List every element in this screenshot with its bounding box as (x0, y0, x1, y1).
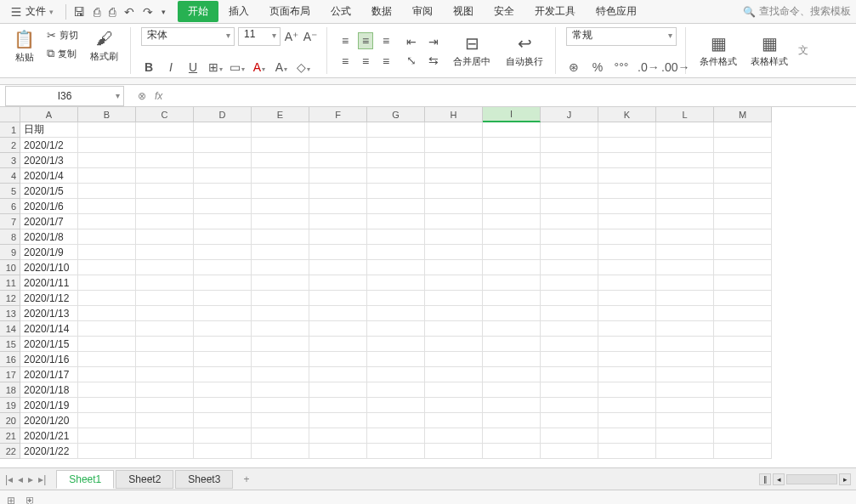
cell-L16[interactable] (656, 352, 714, 367)
column-header-F[interactable]: F (309, 107, 367, 122)
cell-D22[interactable] (194, 444, 252, 459)
tab-数据[interactable]: 数据 (361, 1, 402, 22)
cell-D12[interactable] (194, 291, 252, 306)
cell-J9[interactable] (541, 245, 598, 260)
cell-H4[interactable] (425, 168, 483, 184)
cell-C20[interactable] (136, 413, 194, 428)
tab-视图[interactable]: 视图 (443, 1, 484, 22)
cell-G20[interactable] (367, 413, 425, 428)
cell-F2[interactable] (309, 138, 367, 153)
column-header-J[interactable]: J (541, 107, 598, 122)
cell-H11[interactable] (425, 275, 483, 291)
highlight-button[interactable]: A (274, 60, 289, 74)
increase-decimal-icon[interactable]: .0→ (638, 60, 653, 74)
cell-G17[interactable] (367, 367, 425, 382)
cell-J14[interactable] (541, 321, 598, 337)
cell-F15[interactable] (309, 337, 367, 352)
cell-K1[interactable] (598, 122, 656, 138)
cell-F7[interactable] (309, 214, 367, 229)
cell-D15[interactable] (194, 337, 252, 352)
row-header-6[interactable]: 6 (0, 199, 20, 214)
cell-D10[interactable] (194, 260, 252, 275)
cell-D2[interactable] (194, 138, 252, 153)
cell-K6[interactable] (598, 199, 656, 214)
row-header-7[interactable]: 7 (0, 214, 20, 229)
cell-L5[interactable] (656, 184, 714, 199)
cell-I4[interactable] (483, 168, 541, 184)
cell-B19[interactable] (78, 398, 136, 413)
cell-C15[interactable] (136, 337, 194, 352)
cell-B7[interactable] (78, 214, 136, 229)
cell-D9[interactable] (194, 245, 252, 260)
cell-J12[interactable] (541, 291, 598, 306)
cell-I13[interactable] (483, 306, 541, 321)
formula-input[interactable] (171, 86, 856, 106)
cell-I15[interactable] (483, 337, 541, 352)
cell-G10[interactable] (367, 260, 425, 275)
align-right-icon[interactable]: ≡ (378, 53, 394, 70)
name-box[interactable]: I36 (5, 86, 124, 106)
row-header-19[interactable]: 19 (0, 398, 20, 413)
cell-G13[interactable] (367, 306, 425, 321)
cell-A18[interactable]: 2020/1/18 (20, 382, 78, 398)
cell-M21[interactable] (714, 428, 772, 444)
cell-F3[interactable] (309, 153, 367, 168)
cell-K9[interactable] (598, 245, 656, 260)
cell-C14[interactable] (136, 321, 194, 337)
cell-E2[interactable] (252, 138, 309, 153)
row-header-11[interactable]: 11 (0, 275, 20, 291)
cell-L7[interactable] (656, 214, 714, 229)
cell-L11[interactable] (656, 275, 714, 291)
cell-F13[interactable] (309, 306, 367, 321)
cell-G6[interactable] (367, 199, 425, 214)
sheet-tab-Sheet1[interactable]: Sheet1 (56, 470, 114, 489)
row-header-4[interactable]: 4 (0, 168, 20, 184)
cell-H13[interactable] (425, 306, 483, 321)
cell-I12[interactable] (483, 291, 541, 306)
cell-D6[interactable] (194, 199, 252, 214)
cell-J4[interactable] (541, 168, 598, 184)
cell-D3[interactable] (194, 153, 252, 168)
cell-A12[interactable]: 2020/1/12 (20, 291, 78, 306)
format-painter-button[interactable]: 🖌 格式刷 (87, 27, 122, 74)
cell-C4[interactable] (136, 168, 194, 184)
cell-K13[interactable] (598, 306, 656, 321)
cell-K12[interactable] (598, 291, 656, 306)
cell-D5[interactable] (194, 184, 252, 199)
cell-H8[interactable] (425, 229, 483, 245)
cell-B10[interactable] (78, 260, 136, 275)
cell-C5[interactable] (136, 184, 194, 199)
row-header-18[interactable]: 18 (0, 382, 20, 398)
cell-M18[interactable] (714, 382, 772, 398)
cell-D4[interactable] (194, 168, 252, 184)
cell-M22[interactable] (714, 444, 772, 459)
print-preview-icon[interactable]: ⎙ (109, 5, 116, 19)
cell-G8[interactable] (367, 229, 425, 245)
cell-A7[interactable]: 2020/1/7 (20, 214, 78, 229)
scroll-right-icon[interactable]: ▸ (839, 473, 851, 485)
comma-icon[interactable]: °°° (614, 60, 629, 74)
cell-I20[interactable] (483, 413, 541, 428)
increase-font-icon[interactable]: A⁺ (284, 30, 299, 43)
cell-L15[interactable] (656, 337, 714, 352)
cell-K4[interactable] (598, 168, 656, 184)
cell-F19[interactable] (309, 398, 367, 413)
cell-K16[interactable] (598, 352, 656, 367)
cell-J8[interactable] (541, 229, 598, 245)
cell-C13[interactable] (136, 306, 194, 321)
paste-button[interactable]: 📋 粘贴 (10, 27, 38, 74)
cell-B9[interactable] (78, 245, 136, 260)
cell-D13[interactable] (194, 306, 252, 321)
cell-H22[interactable] (425, 444, 483, 459)
column-header-A[interactable]: A (20, 107, 78, 122)
cell-K21[interactable] (598, 428, 656, 444)
wrap-text-button[interactable]: ↩ 自动换行 (502, 31, 547, 70)
column-header-I[interactable]: I (483, 107, 541, 122)
cell-I3[interactable] (483, 153, 541, 168)
cell-H9[interactable] (425, 245, 483, 260)
cell-K15[interactable] (598, 337, 656, 352)
rtl-icon[interactable]: ⇆ (426, 54, 441, 67)
cell-G18[interactable] (367, 382, 425, 398)
cell-F12[interactable] (309, 291, 367, 306)
cell-I19[interactable] (483, 398, 541, 413)
